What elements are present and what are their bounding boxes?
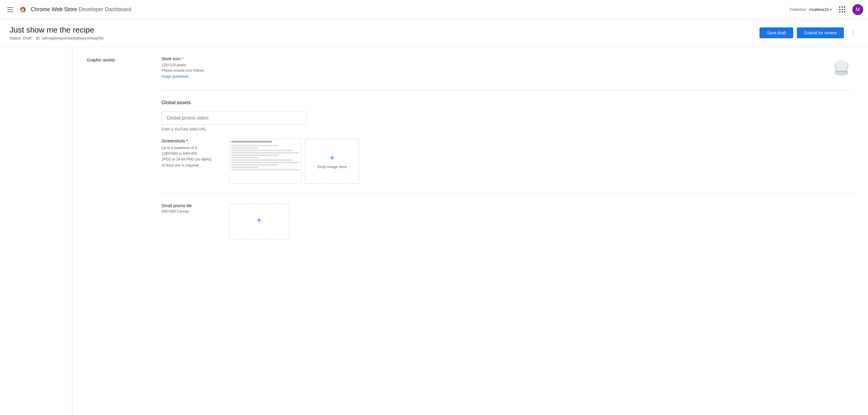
screenshots-info: Screenshots * Up to a maximum of 5 1280×… [161, 139, 222, 168]
more-options-icon[interactable]: ⋮ [847, 27, 858, 38]
sidebar [0, 47, 72, 415]
small-promo-drop[interactable]: + [229, 203, 289, 239]
id-value: celmkpbnnpomiaidojlhopcmhoajhlkl [42, 36, 104, 40]
small-promo-desc: 440×280 Canvas [161, 209, 222, 213]
save-draft-button[interactable]: Save draft [760, 27, 793, 38]
drop-image-box[interactable]: + Drop image here [305, 139, 359, 184]
drop-plus-icon: + [330, 153, 335, 162]
small-promo-section: Small promo tile 440×280 Canvas + [161, 203, 854, 239]
small-promo-plus-icon: + [257, 216, 261, 224]
required-asterisk: * [182, 56, 183, 61]
chef-hat-icon [830, 56, 854, 80]
screenshot-thumb-1 [229, 139, 301, 184]
screenshots-label: Screenshots * [161, 139, 222, 143]
fake-screenshot-content [229, 139, 301, 183]
top-nav: Chrome Web Store Developer Dashboard Pub… [0, 0, 868, 19]
screenshots-divider [161, 193, 854, 194]
id-label: ID: [36, 36, 41, 40]
screenshots-section: Screenshots * Up to a maximum of 5 1280×… [161, 139, 854, 184]
small-promo-area: Small promo tile 440×280 Canvas + [161, 203, 854, 239]
status-label: Status: [10, 36, 22, 40]
avatar[interactable]: M [852, 4, 863, 15]
hamburger-icon [7, 7, 13, 12]
page-meta: Status: Draft ID: celmkpbnnpomiaidojlhop… [10, 36, 760, 40]
grid-dots [839, 6, 845, 13]
image-guidelines-link[interactable]: image guidelines [161, 74, 189, 79]
store-icon-area: Store icon * 128×128 pixels Please ensur… [161, 56, 854, 80]
submit-review-button[interactable]: Submit for review [797, 27, 844, 38]
content-area: Graphic assets Store icon * 128×128 pixe… [72, 47, 868, 415]
main-content: Graphic assets Store icon * 128×128 pixe… [0, 47, 868, 415]
screenshots-required: * [186, 139, 188, 143]
menu-icon[interactable] [5, 5, 16, 14]
graphic-assets-label: Graphic assets [87, 56, 147, 239]
graphic-assets-section: Graphic assets Store icon * 128×128 pixe… [87, 56, 854, 239]
svg-point-6 [22, 9, 24, 10]
global-assets-area: Global assets Enter a YouTube video URL … [161, 100, 854, 239]
apps-icon[interactable] [837, 4, 847, 15]
small-promo-info: Small promo tile 440×280 Canvas [161, 203, 222, 217]
store-icon-info: Store icon * 128×128 pixels Please ensur… [161, 56, 820, 79]
store-icon-size: 128×128 pixels [161, 63, 820, 67]
store-icon-label: Store icon * [161, 56, 820, 61]
global-assets-title: Global assets [161, 100, 854, 105]
page-header-left: Just show me the recipe Status: Draft ID… [10, 25, 760, 40]
publisher-label: Publisher: [789, 7, 807, 12]
chef-hat-svg [831, 58, 852, 79]
promo-video-input-wrap[interactable] [161, 111, 306, 125]
graphic-assets-body: Store icon * 128×128 pixels Please ensur… [161, 56, 854, 239]
promo-video-input[interactable] [167, 115, 301, 121]
status-value: Draft [23, 36, 31, 40]
publisher-dropdown-icon[interactable]: ▾ [830, 7, 832, 12]
nav-title: Chrome Web Store Developer Dashboard [31, 6, 131, 13]
page-header: Just show me the recipe Status: Draft ID… [0, 19, 868, 47]
promo-video-hint: Enter a YouTube video URL [161, 127, 854, 131]
publisher-name: msallese31 [809, 7, 829, 12]
svg-point-12 [838, 60, 845, 67]
screenshots-desc: Up to a maximum of 5 1280×800 or 640×400… [161, 145, 222, 168]
page-title: Just show me the recipe [10, 25, 760, 35]
drop-image-label: Drop image here [318, 165, 347, 169]
page-header-actions: Save draft Submit for review ⋮ [760, 27, 858, 38]
small-promo-label: Small promo tile [161, 203, 222, 208]
store-icon-ensure: Please ensure icon follows [161, 68, 820, 73]
chrome-logo [18, 5, 28, 14]
screenshots-thumbnails: + Drop image here [229, 139, 359, 184]
